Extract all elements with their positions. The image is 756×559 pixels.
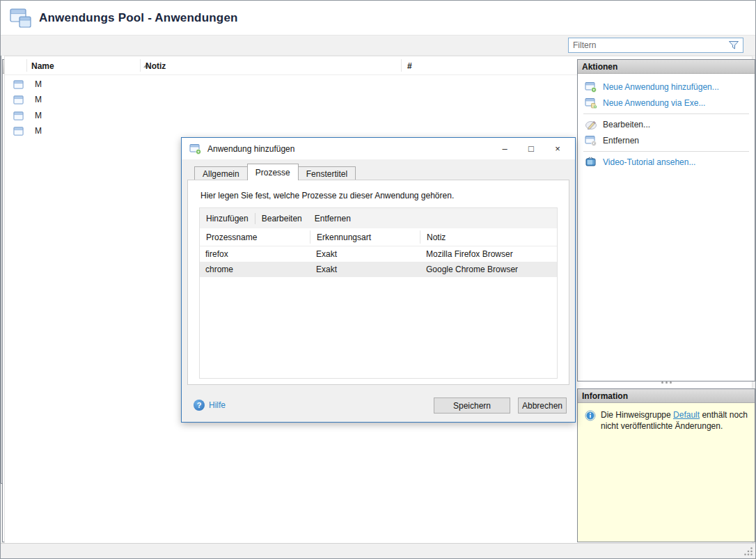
application-icon [13,95,24,105]
dialog-maximize-icon[interactable]: □ [518,138,544,159]
video-tutorial-icon [585,157,597,168]
application-icon [13,111,24,121]
default-group-link[interactable]: Default [673,410,700,420]
prozesse-tab-panel: Hier legen Sie fest, welche Prozesse zu … [187,180,569,385]
tab-allgemein[interactable]: Allgemein [194,166,248,180]
process-row-chrome[interactable]: chrome Exakt Google Chrome Browser [200,262,557,277]
processes-description: Hier legen Sie fest, welche Prozesse zu … [200,191,454,200]
application-icon [13,79,24,90]
application-icon [13,126,24,136]
dialog-footer: ? Hilfe Speichern Abbrechen [182,391,575,422]
action-new-application[interactable]: Neue Anwendung hinzufügen... [585,79,755,94]
column-header-notiz[interactable]: Notiz [420,228,446,246]
actions-separator [583,151,749,152]
information-panel: Information Die Hinweisgruppe Default en… [577,388,755,542]
process-table: Prozessname Erkennungsart Notiz firefox … [199,228,558,379]
column-header-count[interactable]: # [407,56,412,75]
process-edit-button[interactable]: Bearbeiten [255,214,308,223]
help-icon: ? [194,400,205,411]
column-divider[interactable] [401,59,402,72]
dialog-minimize-icon[interactable]: – [491,138,518,159]
edit-pencil-icon [585,119,597,130]
actions-header-label: Aktionen [582,62,617,72]
information-body: Die Hinweisgruppe Default enthält noch n… [578,403,755,542]
dialog-controls: – □ × [491,138,571,159]
column-divider[interactable] [420,230,420,244]
action-remove[interactable]: Entfernen [585,133,755,148]
information-message: Die Hinweisgruppe Default enthält noch n… [601,409,748,432]
action-video-tutorial[interactable]: Video-Tutorial ansehen... [585,155,755,169]
help-label: Hilfe [209,400,226,410]
process-toolbar: Hinzufügen Bearbeiten Entfernen [199,207,558,229]
applications-page-icon [10,8,32,29]
process-add-button[interactable]: Hinzufügen [200,214,255,223]
help-link[interactable]: ? Hilfe [194,400,226,411]
page-title: Anwendungs Pool - Anwendungen [39,11,238,25]
application-window: IBI-aws Admin 1.21.0 - registriert für I… [0,0,756,559]
dialog-title: Anwendung hinzufügen [207,144,294,154]
filter-band [1,35,755,56]
column-divider[interactable] [310,230,310,244]
status-bar [1,543,755,558]
filter-funnel-icon[interactable] [728,40,739,50]
column-header-erkennungsart[interactable]: Erkennungsart [310,228,420,246]
action-new-application-exe[interactable]: Neue Anwendung via Exe... [585,95,755,110]
remove-application-icon [585,135,597,146]
panel-splitter-handle[interactable] [577,379,755,385]
column-divider[interactable] [140,59,141,72]
dialog-icon [189,143,202,155]
actions-panel: Aktionen Neue Anwendung hinzufügen... [577,59,755,381]
filter-input[interactable] [569,40,728,50]
column-header-prozessname[interactable]: Prozessname [200,228,310,246]
process-remove-button[interactable]: Entfernen [308,214,357,223]
actions-panel-header: Aktionen [578,60,755,74]
info-icon [585,410,596,421]
column-header-notiz[interactable]: Notiz [145,56,166,75]
main-header: Anwendungs Pool - Anwendungen [1,1,755,35]
filter-box [568,38,743,53]
dialog-title-bar[interactable]: Anwendung hinzufügen – □ × [182,138,575,159]
process-row-firefox[interactable]: firefox Exakt Mozilla Firefox Browser [200,246,557,262]
dialog-close-icon[interactable]: × [544,138,571,159]
column-divider [26,59,27,72]
new-application-icon [585,81,597,93]
information-panel-header: Information [578,389,755,403]
save-button[interactable]: Speichern [434,397,510,414]
dialog-tabstrip: Allgemein Prozesse Fenstertitel [194,165,355,180]
cancel-button[interactable]: Abbrechen [518,397,567,414]
actions-separator [583,113,749,114]
information-header-label: Information [582,391,628,401]
process-table-header: Prozessname Erkennungsart Notiz [200,228,557,246]
tab-prozesse[interactable]: Prozesse [247,164,299,180]
tab-fenstertitel[interactable]: Fenstertitel [298,166,356,180]
column-header-name[interactable]: Name [31,56,149,75]
action-edit[interactable]: Bearbeiten... [585,117,755,132]
resize-grip-icon[interactable] [743,546,753,556]
new-application-exe-icon [585,97,597,109]
add-application-dialog: Anwendung hinzufügen – □ × Allgemein Pro… [181,137,576,423]
